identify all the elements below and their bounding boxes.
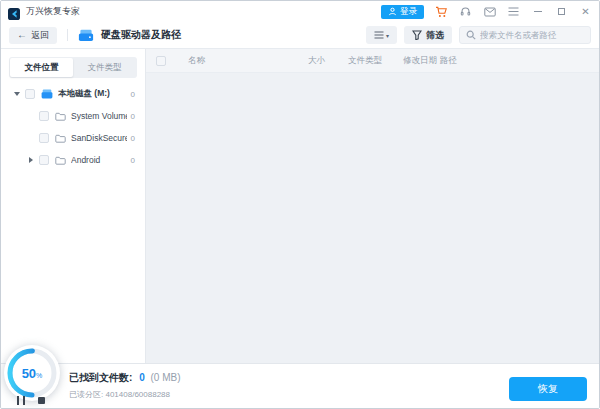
- scan-stats: 已找到文件数: 0 (0 MB) 已读分区: 401408/60088288: [69, 371, 180, 400]
- tree-row-local-disk[interactable]: 本地磁盘 (M:) 0: [1, 83, 145, 105]
- tab-file-type[interactable]: 文件类型: [73, 58, 136, 77]
- filter-button[interactable]: 筛选: [404, 26, 452, 44]
- minimize-button[interactable]: [531, 5, 544, 18]
- scan-progress-ring: 50 %: [4, 345, 60, 401]
- tree-count: 0: [131, 156, 135, 165]
- app-window: 万兴恢复专家 登录 ✕: [0, 0, 600, 409]
- tree-count: 0: [131, 112, 135, 121]
- scanned-value: 401408/60088288: [105, 390, 170, 399]
- caret-down-icon[interactable]: [13, 92, 21, 96]
- back-button[interactable]: ← 返回: [9, 27, 57, 44]
- tree-label: SanDiskSecureAccess: [71, 133, 127, 143]
- folder-tree: 本地磁盘 (M:) 0 System Volume Infor... 0: [1, 83, 145, 171]
- column-size[interactable]: 大小: [308, 55, 325, 67]
- checkbox[interactable]: [25, 89, 35, 99]
- user-icon: [388, 7, 397, 16]
- folder-icon: [55, 134, 66, 143]
- back-arrow-icon: ←: [17, 30, 27, 40]
- maximize-button[interactable]: [555, 5, 568, 18]
- stop-button[interactable]: [38, 397, 45, 404]
- tree-row-system-volume[interactable]: System Volume Infor... 0: [1, 105, 145, 127]
- cart-icon[interactable]: [435, 5, 448, 18]
- tree-count: 0: [131, 90, 135, 99]
- found-files-label: 已找到文件数:: [69, 372, 132, 383]
- tab-file-location[interactable]: 文件位置: [10, 58, 73, 77]
- scanned-label: 已读分区:: [69, 390, 103, 399]
- column-date[interactable]: 修改日期: [403, 55, 437, 67]
- found-files-stat: 已找到文件数: 0 (0 MB): [69, 371, 180, 385]
- login-label: 登录: [400, 6, 417, 18]
- checkbox[interactable]: [39, 155, 49, 165]
- found-files-size: (0 MB): [150, 372, 180, 383]
- sidebar-tabs: 文件位置 文件类型: [9, 57, 137, 78]
- table-body-empty: [146, 73, 599, 363]
- list-view-icon: [374, 31, 384, 39]
- feedback-mail-icon[interactable]: [483, 5, 496, 18]
- search-input[interactable]: [480, 30, 584, 40]
- tree-row-android[interactable]: Android 0: [1, 149, 145, 171]
- column-path[interactable]: 路径: [440, 55, 457, 67]
- footer: 50 % 已找到文件数: 0 (0 MB) 已读分区: 401408/60088…: [1, 363, 599, 408]
- checkbox[interactable]: [39, 111, 49, 121]
- filter-label: 筛选: [426, 29, 444, 42]
- folder-icon: [55, 112, 66, 121]
- titlebar: 万兴恢复专家 登录 ✕: [1, 1, 599, 22]
- recover-button[interactable]: 恢复: [509, 377, 587, 401]
- funnel-icon: [412, 30, 422, 40]
- hard-drive-icon: [78, 29, 94, 42]
- app-logo-icon: [8, 6, 20, 18]
- tree-label: 本地磁盘 (M:): [58, 88, 127, 100]
- found-files-count: 0: [139, 372, 145, 383]
- search-box: [459, 26, 591, 44]
- breadcrumb: 硬盘驱动器及路径: [101, 28, 181, 42]
- toolbar: ← 返回 硬盘驱动器及路径 ▾ 筛选: [1, 22, 599, 49]
- tree-row-sandisk[interactable]: SanDiskSecureAccess 0: [1, 127, 145, 149]
- search-icon: [466, 30, 476, 40]
- table-header: 名称 大小 文件类型 修改日期 路径: [146, 49, 599, 73]
- pause-button[interactable]: [17, 396, 25, 405]
- app-title: 万兴恢复专家: [26, 5, 80, 18]
- caret-right-icon[interactable]: [27, 157, 35, 163]
- progress-percent: 50: [22, 366, 36, 381]
- tree-label: System Volume Infor...: [71, 111, 127, 121]
- menu-list-icon[interactable]: [507, 5, 520, 18]
- column-name[interactable]: 名称: [188, 55, 205, 67]
- tree-label: Android: [71, 155, 127, 165]
- file-list-panel: 名称 大小 文件类型 修改日期 路径: [146, 49, 599, 363]
- drive-icon: [41, 89, 53, 99]
- progress-percent-sign: %: [36, 372, 42, 379]
- scanned-stat: 已读分区: 401408/60088288: [69, 389, 180, 400]
- view-toggle-button[interactable]: ▾: [366, 26, 397, 44]
- folder-icon: [55, 156, 66, 165]
- header-checkbox[interactable]: [156, 56, 166, 66]
- back-label: 返回: [31, 29, 49, 42]
- content: 文件位置 文件类型 本地磁盘 (M:) 0: [1, 49, 599, 363]
- login-button[interactable]: 登录: [381, 5, 424, 19]
- tree-count: 0: [131, 134, 135, 143]
- checkbox[interactable]: [39, 133, 49, 143]
- chevron-down-icon: ▾: [386, 32, 389, 39]
- close-button[interactable]: ✕: [579, 5, 592, 18]
- scan-controls: [17, 396, 45, 405]
- sidebar: 文件位置 文件类型 本地磁盘 (M:) 0: [1, 49, 146, 363]
- toolbar-divider: [67, 29, 68, 41]
- column-type[interactable]: 文件类型: [348, 55, 382, 67]
- support-headset-icon[interactable]: [459, 5, 472, 18]
